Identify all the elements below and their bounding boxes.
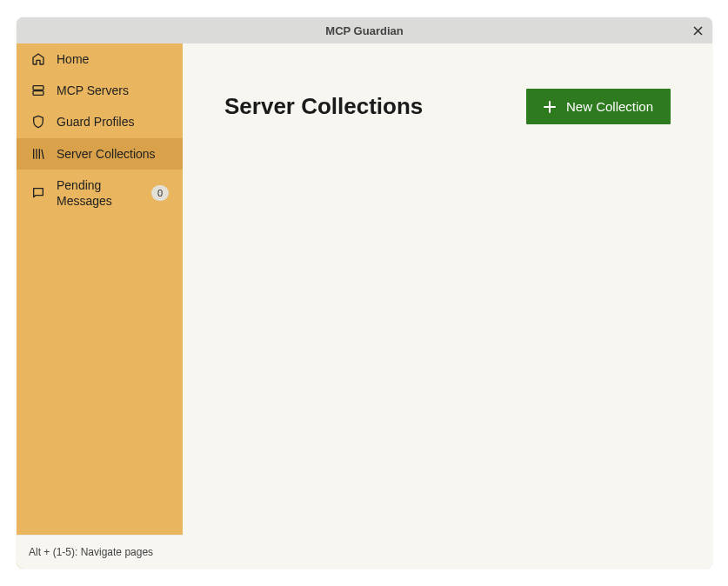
sidebar-item-label: Pending Messages (57, 177, 141, 209)
shield-icon (30, 114, 46, 130)
sidebar-item-guard-profiles[interactable]: Guard Profiles (17, 106, 183, 137)
close-icon (693, 26, 703, 36)
plus-icon (544, 101, 556, 113)
home-icon (30, 51, 46, 67)
sidebar-item-label: Guard Profiles (57, 114, 169, 130)
library-icon (30, 146, 46, 162)
svg-line-5 (42, 150, 43, 158)
titlebar: MCP Guardian (17, 17, 712, 43)
new-collection-label: New Collection (566, 99, 653, 114)
new-collection-button[interactable]: New Collection (526, 89, 671, 124)
sidebar: Home MCP Servers Guard Profiles (17, 43, 183, 569)
close-button[interactable] (690, 23, 705, 38)
sidebar-footer-hint: Alt + (1-5): Navigate pages (17, 535, 183, 569)
sidebar-item-label: Home (57, 51, 169, 67)
message-icon (30, 185, 46, 201)
sidebar-items: Home MCP Servers Guard Profiles (17, 43, 183, 535)
sidebar-item-home[interactable]: Home (17, 43, 183, 75)
svg-rect-1 (33, 91, 43, 96)
sidebar-item-mcp-servers[interactable]: MCP Servers (17, 75, 183, 106)
main-content: Server Collections New Collection (183, 43, 712, 569)
window-title: MCP Guardian (325, 24, 403, 37)
server-icon (30, 83, 46, 98)
svg-rect-0 (33, 86, 43, 90)
sidebar-item-pending-messages[interactable]: Pending Messages 0 (17, 170, 183, 216)
sidebar-item-server-collections[interactable]: Server Collections (17, 138, 183, 170)
app-window: MCP Guardian Home MCP Servers (17, 17, 712, 569)
page-title: Server Collections (224, 93, 423, 120)
page-header: Server Collections New Collection (224, 89, 671, 124)
sidebar-item-label: Server Collections (57, 146, 169, 162)
sidebar-item-label: MCP Servers (57, 83, 169, 98)
content-area: Home MCP Servers Guard Profiles (17, 43, 712, 569)
pending-badge: 0 (151, 185, 169, 201)
